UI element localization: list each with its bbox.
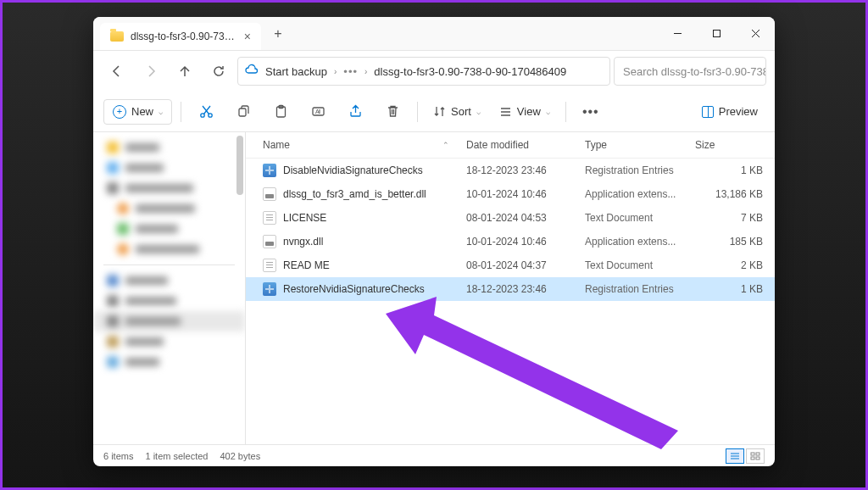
file-date: 08-01-2024 04:53 [466, 212, 585, 224]
file-size: 185 KB [695, 236, 763, 248]
file-size: 13,186 KB [695, 188, 763, 200]
forward-button[interactable] [136, 56, 166, 86]
file-icon [263, 282, 276, 296]
selection-bytes: 402 bytes [220, 451, 260, 461]
refresh-button[interactable] [203, 56, 234, 86]
backup-label: Start backup [265, 65, 327, 78]
path-overflow[interactable]: ••• [343, 65, 358, 78]
file-type: Text Document [585, 212, 695, 224]
file-size: 7 KB [695, 212, 763, 224]
item-count: 6 items [103, 451, 133, 461]
minimize-button[interactable] [658, 17, 697, 51]
rename-button[interactable]: A [302, 97, 334, 127]
selection-count: 1 item selected [145, 451, 208, 461]
titlebar: dlssg-to-fsr3-0.90-738-0-90-17 × + [93, 17, 775, 51]
file-explorer-window: dlssg-to-fsr3-0.90-738-0-90-17 × + Start… [93, 17, 775, 466]
file-icon [263, 164, 276, 177]
file-name: DisableNvidiaSignatureChecks [283, 164, 423, 176]
chevron-down-icon: ⌵ [546, 108, 550, 116]
column-size[interactable]: Size [695, 139, 763, 151]
file-date: 08-01-2024 04:37 [466, 259, 585, 271]
sort-indicator-icon: ⌃ [442, 141, 449, 149]
toolbar: + New ⌵ A Sort ⌵ View ⌵ ••• Preview [93, 92, 775, 132]
file-type: Application extens... [585, 188, 695, 200]
chevron-icon: › [364, 67, 367, 76]
sort-button[interactable]: Sort ⌵ [426, 100, 487, 123]
up-button[interactable] [170, 56, 200, 86]
address-bar[interactable]: Start backup › ••• › dlssg-to-fsr3-0.90-… [237, 57, 610, 86]
file-date: 18-12-2023 23:46 [466, 283, 585, 295]
status-bar: 6 items 1 item selected 402 bytes [93, 444, 775, 466]
view-icon [499, 105, 512, 118]
maximize-button[interactable] [697, 17, 736, 51]
new-button[interactable]: + New ⌵ [103, 99, 172, 125]
file-date: 10-01-2024 10:46 [466, 188, 585, 200]
icons-view-toggle[interactable] [746, 448, 765, 464]
details-view-toggle[interactable] [726, 448, 744, 464]
cut-button[interactable] [190, 97, 222, 127]
close-button[interactable] [736, 17, 775, 51]
sidebar[interactable] [93, 132, 246, 444]
file-date: 18-12-2023 23:46 [466, 164, 585, 176]
file-name: RestoreNvidiaSignatureChecks [283, 283, 425, 295]
svg-text:A: A [315, 109, 320, 114]
file-row[interactable]: DisableNvidiaSignatureChecks 18-12-2023 … [246, 159, 775, 182]
file-pane: Name⌃ Date modified Type Size DisableNvi… [246, 132, 775, 444]
plus-icon: + [113, 105, 126, 119]
svg-rect-19 [756, 453, 760, 455]
file-name: dlssg_to_fsr3_amd_is_better.dll [283, 188, 426, 200]
chevron-down-icon: ⌵ [159, 108, 163, 116]
sort-icon [433, 105, 446, 118]
current-folder[interactable]: dlssg-to-fsr3-0.90-738-0-90-170486409 [374, 65, 566, 78]
file-type: Application extens... [585, 236, 695, 248]
paste-button[interactable] [264, 97, 297, 127]
tab-title: dlssg-to-fsr3-0.90-738-0-90-17 [131, 31, 237, 42]
column-type[interactable]: Type [585, 139, 695, 151]
file-row[interactable]: RestoreNvidiaSignatureChecks 18-12-2023 … [246, 277, 775, 301]
file-icon [263, 211, 276, 225]
svg-rect-1 [713, 31, 720, 37]
file-icon [263, 187, 276, 201]
search-input[interactable]: Search dlssg-to-fsr3-0.90-738 [614, 57, 766, 86]
file-row[interactable]: LICENSE 08-01-2024 04:53 Text Document 7… [246, 206, 775, 230]
copy-button[interactable] [227, 97, 259, 127]
column-name[interactable]: Name⌃ [263, 139, 466, 151]
file-icon [263, 259, 276, 272]
file-row[interactable]: dlssg_to_fsr3_amd_is_better.dll 10-01-20… [246, 182, 775, 206]
svg-rect-18 [751, 453, 754, 455]
file-type: Text Document [585, 259, 695, 271]
tab-close-icon[interactable]: × [244, 30, 251, 43]
file-row[interactable]: READ ME 08-01-2024 04:37 Text Document 2… [246, 253, 775, 277]
chevron-down-icon: ⌵ [476, 108, 481, 116]
view-button[interactable]: View ⌵ [492, 100, 557, 123]
file-row[interactable]: nvngx.dll 10-01-2024 10:46 Application e… [246, 230, 775, 253]
tab-current[interactable]: dlssg-to-fsr3-0.90-738-0-90-17 × [100, 23, 261, 50]
folder-icon [110, 31, 124, 42]
file-type: Registration Entries [585, 164, 695, 176]
file-name: LICENSE [283, 212, 326, 224]
file-icon [263, 235, 276, 248]
file-name: nvngx.dll [283, 236, 323, 248]
svg-rect-20 [751, 457, 754, 459]
cloud-icon [245, 64, 259, 80]
more-button[interactable]: ••• [575, 97, 607, 127]
svg-rect-21 [756, 457, 760, 459]
file-size: 1 KB [695, 164, 763, 176]
file-name: READ ME [283, 259, 330, 271]
preview-icon [702, 106, 714, 118]
navbar: Start backup › ••• › dlssg-to-fsr3-0.90-… [93, 51, 775, 92]
column-headers: Name⌃ Date modified Type Size [246, 132, 775, 159]
file-list[interactable]: DisableNvidiaSignatureChecks 18-12-2023 … [246, 159, 775, 444]
column-date[interactable]: Date modified [466, 139, 585, 151]
file-size: 1 KB [695, 283, 763, 295]
svg-rect-6 [239, 109, 246, 116]
new-tab-button[interactable]: + [266, 22, 290, 46]
share-button[interactable] [339, 97, 371, 127]
delete-button[interactable] [376, 97, 409, 127]
file-type: Registration Entries [585, 283, 695, 295]
chevron-icon: › [334, 67, 337, 76]
preview-button[interactable]: Preview [695, 100, 765, 123]
file-date: 10-01-2024 10:46 [466, 236, 585, 248]
back-button[interactable] [102, 56, 132, 86]
file-size: 2 KB [695, 259, 763, 271]
